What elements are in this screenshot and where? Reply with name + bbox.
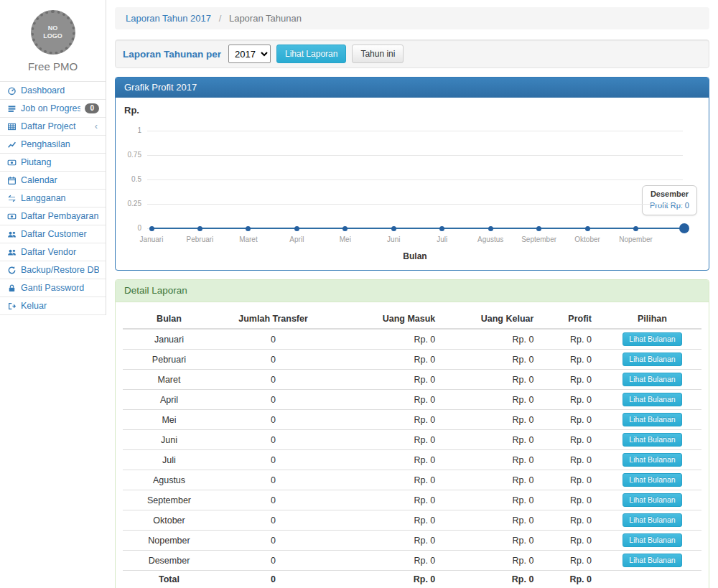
sidebar-item-label: Piutang [21, 157, 99, 168]
cell-bulan: Juni [123, 430, 215, 450]
cell-profit: Rp. 0 [545, 510, 603, 531]
chart-data-point-maret[interactable] [246, 226, 251, 231]
sidebar-item-backup-restore-db[interactable]: Backup/Restore DB [0, 261, 106, 279]
sidebar-item-label: Calendar [21, 174, 99, 186]
table-row: Agustus0Rp. 0Rp. 0Rp. 0Lihat Bulanan [123, 470, 701, 490]
no-logo-seal-icon: NOLOGO [31, 10, 75, 55]
cell-bulan: Mei [123, 410, 215, 430]
line-chart-icon [6, 139, 17, 149]
chart-tooltip-title: Desember [650, 190, 689, 198]
chart-data-point-juli[interactable] [439, 226, 444, 231]
table-header-row: BulanJumlah TransferUang MasukUang Kelua… [123, 309, 701, 329]
sidebar-item-piutang[interactable]: Piutang [0, 154, 106, 172]
cell-uang-masuk: Rp. 0 [331, 531, 447, 551]
lihat-bulanan-button-juni[interactable]: Lihat Bulanan [623, 433, 681, 447]
lihat-bulanan-button-agustus[interactable]: Lihat Bulanan [623, 473, 681, 487]
chart-x-tick: Maret [223, 235, 274, 243]
sidebar-item-daftar-pembayaran[interactable]: Daftar Pembayaran [0, 207, 106, 225]
cell-uang-masuk: Rp. 0 [331, 490, 447, 510]
cell-pilihan: Lihat Bulanan [603, 370, 701, 390]
chart-data-point-pebruari[interactable] [197, 226, 202, 231]
cell-bulan: Nopember [123, 531, 215, 551]
lihat-bulanan-button-maret[interactable]: Lihat Bulanan [623, 373, 681, 386]
chart-data-point-april[interactable] [294, 226, 299, 231]
chart-data-point-september[interactable] [536, 226, 541, 231]
chart-x-tick: Januari [126, 235, 177, 243]
detail-panel-body: BulanJumlah TransferUang MasukUang Kelua… [116, 302, 709, 588]
breadcrumb-link-laporan-tahun[interactable]: Laporan Tahun 2017 [126, 13, 211, 24]
cell-profit: Rp. 0 [545, 350, 603, 370]
breadcrumb-current: Laporan Tahunan [229, 13, 302, 24]
cell-uang-keluar: Rp. 0 [447, 350, 545, 370]
sidebar-item-label: Daftar Customer [21, 228, 99, 240]
chart-data-point-desember[interactable] [679, 223, 689, 233]
lihat-laporan-button[interactable]: Lihat Laporan [276, 45, 346, 63]
chart-y-tick: 0.25 [116, 200, 141, 207]
lihat-bulanan-button-september[interactable]: Lihat Bulanan [623, 493, 681, 507]
lihat-bulanan-button-pebruari[interactable]: Lihat Bulanan [623, 353, 681, 366]
report-controls-label: Laporan Tahunan per [123, 49, 221, 60]
chart-data-point-oktober[interactable] [585, 226, 590, 231]
sidebar-item-daftar-project[interactable]: Daftar Project‹ [0, 118, 106, 136]
lihat-bulanan-button-april[interactable]: Lihat Bulanan [623, 393, 681, 406]
cell-uang-keluar: Rp. 0 [447, 551, 545, 571]
chart-y-tick: 0 [116, 224, 141, 232]
cell-pilihan: Lihat Bulanan [603, 470, 701, 490]
sidebar-item-penghasilan[interactable]: Penghasilan [0, 136, 106, 154]
chart-data-point-mei[interactable] [342, 226, 348, 231]
sidebar-item-daftar-vendor[interactable]: Daftar Vendor [0, 243, 106, 261]
dashboard-icon [6, 85, 17, 95]
col-header-uang-keluar: Uang Keluar [447, 309, 545, 329]
sidebar-item-job-on-progress[interactable]: Job on Progress0 [0, 100, 106, 118]
money-icon [6, 211, 17, 221]
year-select[interactable]: 2017 [228, 45, 271, 63]
brand-name: Free PMO [7, 60, 98, 74]
sidebar-item-label: Backup/Restore DB [21, 264, 99, 276]
lock-icon [6, 283, 17, 293]
cell-pilihan: Lihat Bulanan [603, 531, 701, 551]
lihat-bulanan-button-januari[interactable]: Lihat Bulanan [623, 332, 681, 346]
sidebar-item-label: Daftar Vendor [21, 246, 99, 258]
col-header-uang-masuk: Uang Masuk [331, 309, 447, 329]
cell-uang-keluar: Rp. 0 [447, 450, 545, 470]
cell-uang-masuk: Rp. 0 [331, 329, 447, 350]
sidebar-item-ganti-password[interactable]: Ganti Password [0, 279, 106, 297]
lihat-bulanan-button-juli[interactable]: Lihat Bulanan [623, 453, 681, 467]
chart-y-axis-label: Rp. [124, 105, 139, 116]
cell-profit: Rp. 0 [545, 329, 603, 350]
chart-tooltip-value: Profit Rp: 0 [650, 201, 689, 210]
chart-data-point-agustus[interactable] [488, 226, 493, 231]
cell-total-keluar: Rp. 0 [447, 571, 545, 588]
sidebar-item-dashboard[interactable]: Dashboard [0, 82, 106, 100]
chart-data-point-januari[interactable] [149, 226, 154, 231]
lihat-bulanan-button-nopember[interactable]: Lihat Bulanan [623, 533, 681, 547]
sidebar-item-calendar[interactable]: Calendar [0, 172, 106, 190]
sidebar-item-keluar[interactable]: Keluar [0, 297, 106, 315]
chevron-left-icon: ‹ [95, 121, 99, 132]
tahun-ini-button[interactable]: Tahun ini [352, 45, 404, 63]
cell-profit: Rp. 0 [545, 450, 603, 470]
lihat-bulanan-button-mei[interactable]: Lihat Bulanan [623, 413, 681, 426]
chart-x-tick: Pebruari [174, 235, 225, 243]
chart-x-tick: Nopember [610, 235, 662, 243]
chart-x-tick: Juni [368, 235, 419, 243]
cell-profit: Rp. 0 [545, 551, 603, 571]
cell-profit: Rp. 0 [545, 531, 603, 551]
chart-data-point-nopember[interactable] [633, 226, 638, 231]
table-row: Juni0Rp. 0Rp. 0Rp. 0Lihat Bulanan [123, 430, 701, 450]
sidebar-item-langganan[interactable]: Langganan [0, 190, 106, 207]
profit-line-chart: Rp. Bulan Desember Profit Rp: 0 10.750.5… [116, 98, 709, 270]
cell-uang-masuk: Rp. 0 [331, 390, 447, 410]
cell-jumlah-transfer: 0 [215, 510, 331, 531]
lihat-bulanan-button-oktober[interactable]: Lihat Bulanan [623, 513, 681, 527]
cell-jumlah-transfer: 0 [215, 450, 331, 470]
col-header-jumlah-transfer: Jumlah Transfer [215, 309, 331, 329]
cell-jumlah-transfer: 0 [215, 410, 331, 430]
chart-data-point-juni[interactable] [391, 226, 396, 231]
cell-pilihan: Lihat Bulanan [603, 390, 701, 410]
lihat-bulanan-button-desember[interactable]: Lihat Bulanan [623, 554, 681, 567]
table-row: Juli0Rp. 0Rp. 0Rp. 0Lihat Bulanan [123, 450, 701, 470]
cell-total-jumlah: 0 [215, 571, 331, 588]
breadcrumb: Laporan Tahun 2017 / Laporan Tahunan [115, 7, 709, 29]
sidebar-item-daftar-customer[interactable]: Daftar Customer [0, 225, 106, 243]
